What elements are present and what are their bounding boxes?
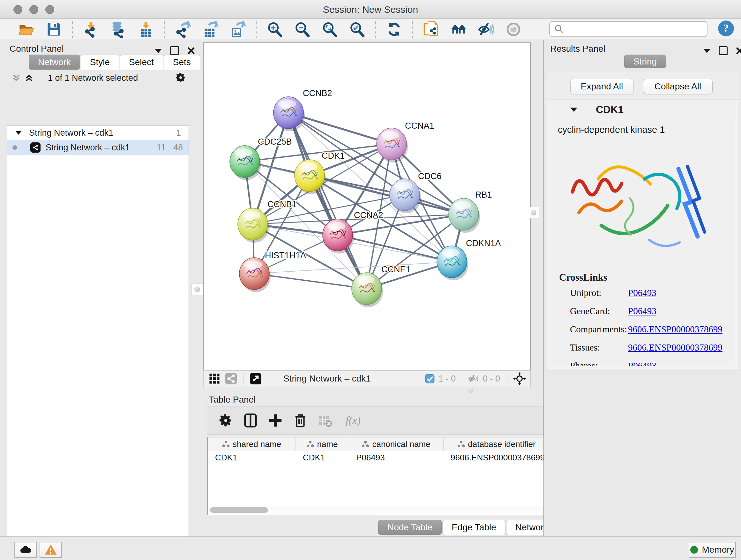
memory-button[interactable]: Memory	[689, 542, 736, 558]
add-column-icon[interactable]	[266, 412, 284, 429]
node-CCNE1[interactable]: CCNE1	[352, 265, 411, 307]
node-CDKN1A[interactable]: CDKN1A	[437, 239, 501, 280]
save-session-icon[interactable]	[46, 21, 62, 38]
hidden-eye-slash-icon[interactable]	[467, 372, 480, 385]
column-header-database-identifier[interactable]: database identifier	[444, 437, 550, 451]
node-label-CDC6: CDC6	[418, 172, 442, 181]
cloud-status-button[interactable]	[14, 542, 37, 558]
tab-network[interactable]: Network	[29, 55, 80, 70]
protein-section-header[interactable]: CDK1	[547, 100, 738, 119]
node-CDK1[interactable]: CDK1	[294, 151, 345, 194]
table-cell[interactable]: CDK1	[296, 451, 349, 464]
collapse-panel-icon[interactable]	[703, 49, 711, 53]
crosslink-label: Uniprot:	[570, 288, 628, 298]
zoom-fit-icon[interactable]	[321, 21, 338, 38]
zoom-in-icon[interactable]	[266, 21, 283, 38]
tab-node-table[interactable]: Node Table	[378, 520, 442, 535]
table-cell[interactable]: P06493	[349, 451, 444, 464]
collapse-all-icon[interactable]	[11, 73, 21, 83]
table-cell[interactable]: 9606.ENSP00000378699	[444, 451, 550, 464]
string-home-icon[interactable]	[450, 21, 467, 38]
delete-column-trash-icon[interactable]	[291, 412, 309, 429]
birds-eye-view-icon[interactable]	[249, 372, 262, 385]
network-label: String Network – cdk1	[46, 143, 130, 152]
crosslink-label: GeneCard:	[570, 306, 628, 316]
scrollbar-thumb[interactable]	[210, 507, 268, 513]
tab-sets[interactable]: Sets	[164, 55, 200, 70]
hide-selected-eye-icon[interactable]	[478, 21, 494, 38]
column-header-canonical-name[interactable]: canonical name	[349, 437, 444, 451]
float-panel-icon[interactable]	[170, 46, 179, 55]
fit-content-crosshair-icon[interactable]	[513, 372, 527, 386]
svg-text:?: ?	[724, 22, 729, 34]
collapse-panel-icon[interactable]	[155, 49, 162, 53]
expand-all-button[interactable]: Expand All	[570, 79, 633, 94]
edge-HIST1H1A-CCNE1[interactable]	[254, 273, 367, 289]
crosslink-row: Tissues:9606.ENSP00000378699	[570, 342, 735, 353]
refresh-icon[interactable]	[386, 21, 402, 38]
help-icon[interactable]: ?	[718, 20, 735, 38]
window-title: Session: New Session	[0, 4, 741, 15]
float-panel-icon[interactable]	[719, 46, 728, 55]
node-CCNB1[interactable]: CCNB1	[238, 199, 297, 243]
toolbar-separator	[72, 21, 73, 38]
collapse-all-button[interactable]: Collapse All	[643, 79, 713, 94]
memory-label: Memory	[702, 545, 734, 555]
horizontal-splitter-handle[interactable]	[468, 388, 473, 393]
section-expander-icon[interactable]	[570, 108, 577, 112]
import-network-database-icon[interactable]	[110, 21, 127, 38]
show-all-eye-icon[interactable]	[505, 21, 522, 38]
show-columns-icon[interactable]	[242, 412, 259, 429]
network-options-gear-icon[interactable]	[175, 72, 186, 83]
column-header-name[interactable]: name	[296, 437, 349, 451]
node-RB1[interactable]: RB1	[449, 190, 492, 233]
control-panel-tabs: NetworkStyleSelectSets	[29, 55, 201, 70]
network-graph[interactable]: CCNB2CCNA1CDC25BCDK1CDC6RB1CCNB1CCNA2CDK…	[204, 43, 530, 370]
network-collection-row[interactable]: String Network – cdk1 1	[7, 125, 189, 140]
export-network-icon[interactable]	[175, 21, 191, 38]
left-splitter-handle[interactable]	[192, 284, 203, 295]
results-panel-title: Results Panel	[550, 44, 605, 54]
export-table-icon[interactable]	[202, 21, 219, 38]
toolbar-separator	[375, 21, 376, 38]
edge-CCNA2-CDKN1A[interactable]	[338, 235, 452, 262]
edge-CCNB2-CCNE1[interactable]	[288, 113, 367, 289]
node-CCNB2[interactable]: CCNB2	[273, 88, 332, 131]
grid-view-icon[interactable]	[208, 372, 221, 385]
tree-expander-icon[interactable]	[16, 131, 22, 134]
close-panel-icon[interactable]	[187, 47, 195, 55]
zoom-selected-icon[interactable]	[349, 21, 365, 38]
column-header-shared-name[interactable]: shared name	[208, 437, 296, 451]
clone-network-icon[interactable]	[423, 21, 440, 38]
zoom-out-icon[interactable]	[294, 21, 311, 38]
protein-description: cyclin-dependent kinase 1	[558, 125, 735, 135]
node-CCNA1[interactable]: CCNA1	[377, 121, 434, 163]
network-row-selected[interactable]: String Network – cdk1 11 48	[7, 140, 189, 155]
table-settings-gear-icon[interactable]	[217, 412, 234, 429]
search-field[interactable]	[549, 21, 708, 37]
right-splitter-handle[interactable]	[528, 207, 539, 219]
crosslink-link[interactable]: P06493	[628, 306, 657, 316]
crosslink-link[interactable]: 9606.ENSP00000378699	[628, 324, 723, 334]
crosslink-link[interactable]: P06493	[628, 288, 657, 298]
node-label-CCNB2: CCNB2	[303, 88, 332, 98]
network-list-header: 1 of 1 Network selected	[0, 71, 202, 85]
crosslink-link[interactable]: 9606.ENSP00000378699	[628, 342, 723, 353]
crosslink-link[interactable]: P06493	[628, 361, 657, 366]
tab-select[interactable]: Select	[120, 55, 163, 70]
search-input[interactable]	[567, 24, 707, 35]
network-canvas[interactable]: CCNB2CCNA1CDC25BCDK1CDC6RB1CCNB1CCNA2CDK…	[203, 43, 531, 370]
tab-string[interactable]: String	[624, 55, 666, 68]
tab-edge-table[interactable]: Edge Table	[442, 520, 506, 535]
table-cell[interactable]: CDK1	[208, 451, 296, 464]
expand-all-icon[interactable]	[24, 73, 34, 83]
export-image-icon[interactable]	[229, 21, 246, 38]
tab-style[interactable]: Style	[81, 55, 119, 70]
network-share-icon[interactable]	[225, 372, 238, 385]
selected-checkbox-icon[interactable]	[424, 373, 435, 384]
import-network-file-icon[interactable]	[83, 21, 99, 38]
warning-status-button[interactable]	[40, 542, 62, 558]
close-panel-icon[interactable]	[736, 47, 741, 55]
open-session-icon[interactable]	[18, 21, 35, 38]
import-table-icon[interactable]	[138, 21, 154, 38]
